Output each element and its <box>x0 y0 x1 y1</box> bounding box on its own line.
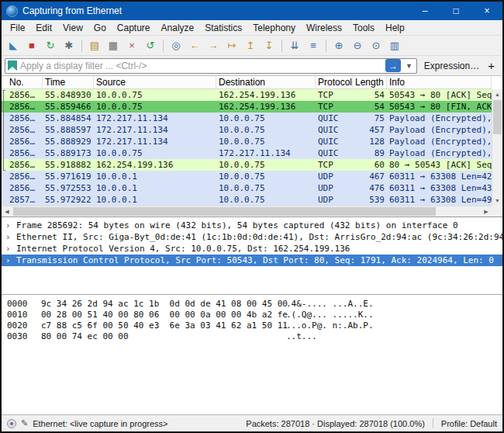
menu-view[interactable]: View <box>57 21 88 35</box>
hscroll-thumb[interactable] <box>13 207 436 216</box>
column-header-length[interactable]: Length <box>353 76 387 88</box>
column-header-source[interactable]: Source <box>94 76 216 88</box>
cell-no: 2856… <box>7 182 43 194</box>
go-first-icon[interactable]: ↥ <box>242 38 259 54</box>
menu-tools[interactable]: Tools <box>347 21 380 35</box>
profile-label[interactable]: Profile: Default <box>441 419 497 428</box>
detail-row[interactable]: ›Ethernet II, Src: Giga-Byt_0d:de:41 (1c… <box>2 231 502 243</box>
colorize-icon[interactable]: ≡ <box>305 38 322 54</box>
title-bar[interactable]: Capturing from Ethernet – □ × <box>2 2 502 20</box>
restart-capture-icon[interactable]: ↻ <box>42 38 59 54</box>
start-capture-icon[interactable]: ◣ <box>5 38 22 54</box>
reload-icon[interactable]: ↺ <box>142 38 159 54</box>
scroll-down-icon[interactable]: ▼ <box>492 196 502 206</box>
zoom-in-icon[interactable]: ⊕ <box>330 38 347 54</box>
detail-row[interactable]: ›Transmission Control Protocol, Src Port… <box>2 255 502 266</box>
display-filter-input[interactable] <box>20 61 382 71</box>
hex-line[interactable]: 00009c 34 26 2d 94 ac 1c 1b 0d 0d de 41 … <box>7 299 502 310</box>
menu-help[interactable]: Help <box>380 21 410 35</box>
packet-row[interactable]: 2856…55.84893010.0.0.75162.254.199.136TC… <box>2 89 492 101</box>
zoom-100-icon[interactable]: ⊙ <box>368 38 385 54</box>
close-capture-icon[interactable]: × <box>123 38 140 54</box>
resize-columns-icon[interactable]: ▥ <box>386 38 403 54</box>
column-header-info[interactable]: Info <box>387 76 492 88</box>
hex-line[interactable]: 001000 28 00 51 40 00 80 06 00 00 0a 00 … <box>7 310 502 320</box>
cell-source: 172.217.11.134 <box>94 136 216 147</box>
vscroll-thumb[interactable] <box>493 100 502 134</box>
cell-length: 60 <box>353 159 387 171</box>
maximize-button[interactable]: □ <box>440 2 471 20</box>
detail-text: Frame 285692: 54 bytes on wire (432 bits… <box>16 220 458 231</box>
expand-arrow-icon[interactable]: › <box>5 255 12 266</box>
autoscroll-icon[interactable]: ⇊ <box>286 38 303 54</box>
go-back-icon[interactable]: ← <box>186 38 203 54</box>
packet-details-pane: ›Frame 285692: 54 bytes on wire (432 bit… <box>2 217 502 295</box>
packet-row[interactable]: 2856…55.888597172.217.11.13410.0.0.75QUI… <box>2 124 492 136</box>
cell-length: 457 <box>353 124 387 136</box>
column-header-time[interactable]: Time <box>43 76 94 88</box>
packet-row[interactable]: 2856…55.88917310.0.0.75172.217.11.134QUI… <box>2 147 492 159</box>
column-header-no[interactable]: No. <box>7 76 43 88</box>
expand-arrow-icon[interactable]: › <box>5 220 12 231</box>
packet-list-vscrollbar[interactable]: ▲ ▼ <box>492 89 502 206</box>
display-filter-box[interactable]: → ▼ <box>5 58 417 74</box>
cell-destination: 10.0.0.75 <box>216 159 316 171</box>
menu-analyze[interactable]: Analyze <box>156 21 200 35</box>
add-filter-button[interactable]: + <box>486 59 499 72</box>
stop-capture-icon[interactable]: ■ <box>23 38 40 54</box>
open-capture-icon[interactable]: ▤ <box>86 38 103 54</box>
menu-statistics[interactable]: Statistics <box>199 21 247 35</box>
capture-options-icon[interactable]: ✱ <box>60 38 78 54</box>
expert-info-icon[interactable] <box>7 419 16 428</box>
column-header-protocol[interactable]: Protocol <box>316 76 353 88</box>
menu-go[interactable]: Go <box>88 21 112 35</box>
cell-protocol: UDP <box>316 194 353 206</box>
packet-row[interactable]: 2857…55.97292210.0.0.110.0.0.75UDP539603… <box>2 194 492 206</box>
cell-no: 2856… <box>7 89 43 101</box>
menu-wireless[interactable]: Wireless <box>301 21 347 35</box>
menu-telephony[interactable]: Telephony <box>247 21 301 35</box>
apply-filter-button[interactable]: → <box>385 59 401 72</box>
expression-button[interactable]: Expression… <box>421 61 482 71</box>
find-packet-icon[interactable]: ◎ <box>167 38 185 54</box>
cell-info: 60311 → 63308 Len=425 <box>387 171 492 182</box>
cell-info: Payload (Encrypted), PK <box>387 136 492 147</box>
packet-row[interactable]: 2856…55.97255310.0.0.110.0.0.75UDP476603… <box>2 182 492 194</box>
cell-info: Payload (Encrypted), PK <box>387 124 492 136</box>
scroll-up-icon[interactable]: ▲ <box>492 89 502 99</box>
packet-row[interactable]: 2856…55.888929172.217.11.13410.0.0.75QUI… <box>2 136 492 147</box>
cell-protocol: QUIC <box>316 147 353 159</box>
go-to-packet-icon[interactable]: ↦ <box>223 38 240 54</box>
expand-arrow-icon[interactable]: › <box>5 231 12 243</box>
detail-row[interactable]: ›Frame 285692: 54 bytes on wire (432 bit… <box>2 220 502 231</box>
packet-row[interactable]: 2856…55.918882162.254.199.13610.0.0.75TC… <box>2 159 492 171</box>
packet-row[interactable]: 2856…55.85946610.0.0.75162.254.199.136TC… <box>2 101 492 113</box>
detail-row[interactable]: ›Internet Protocol Version 4, Src: 10.0.… <box>2 243 502 255</box>
save-capture-icon[interactable]: ▦ <box>105 38 122 54</box>
minimize-button[interactable]: – <box>409 2 440 20</box>
packet-row[interactable]: 2856…55.97161910.0.0.110.0.0.75UDP467603… <box>2 171 492 182</box>
column-header-destination[interactable]: Destination <box>216 76 316 88</box>
hex-line[interactable]: 003080 00 74 ec 00 00..t... <box>7 331 502 342</box>
packet-list-hscrollbar[interactable]: ◀ ▶ <box>2 206 492 216</box>
go-forward-icon[interactable]: → <box>205 38 222 54</box>
scroll-right-icon[interactable]: ▶ <box>481 206 492 216</box>
cell-protocol: QUIC <box>316 136 353 147</box>
packet-row[interactable]: 2856…55.884854172.217.11.13410.0.0.75QUI… <box>2 113 492 124</box>
scroll-left-icon[interactable]: ◀ <box>2 206 12 216</box>
filter-bookmark-icon[interactable] <box>8 61 17 71</box>
menu-capture[interactable]: Capture <box>112 21 156 35</box>
close-button[interactable]: × <box>471 2 502 20</box>
go-last-icon[interactable]: ↧ <box>261 38 278 54</box>
hex-line[interactable]: 0020c7 88 c5 6f 00 50 40 e3 6e 3a 03 41 … <box>7 320 502 331</box>
zoom-out-icon[interactable]: ⊖ <box>349 38 366 54</box>
cell-no: 2856… <box>7 113 43 124</box>
cell-info: Payload (Encrypted), PK <box>387 113 492 124</box>
expand-arrow-icon[interactable]: › <box>5 243 12 255</box>
capture-comment-icon[interactable]: ✎ <box>21 418 28 428</box>
menu-file[interactable]: File <box>5 21 30 35</box>
menu-edit[interactable]: Edit <box>30 21 57 35</box>
packet-list-pane: No.TimeSourceDestinationProtocolLengthIn… <box>2 76 502 217</box>
cell-time: 55.888929 <box>43 136 94 147</box>
filter-dropdown-icon[interactable]: ▼ <box>404 62 414 70</box>
